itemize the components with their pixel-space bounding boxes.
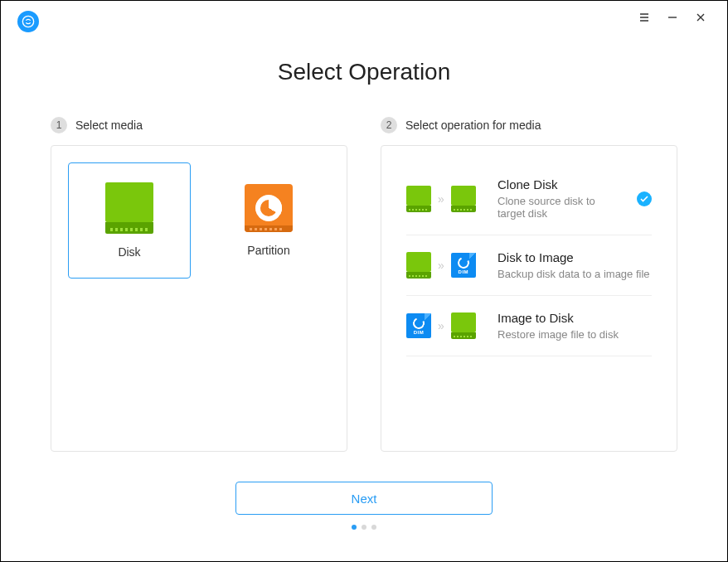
disk-icon [451,186,476,212]
arrow-icon: » [438,259,444,272]
menu-icon[interactable] [638,11,651,24]
step1-badge: 1 [51,117,67,133]
pager-dot[interactable] [362,525,366,530]
app-logo [17,11,39,32]
close-icon[interactable] [694,11,707,24]
step2-badge: 2 [381,117,397,133]
op-clone-disk[interactable]: » Clone Disk Clone source disk to target… [406,162,652,235]
op-disk-to-image[interactable]: » DIM Disk to Image Backup disk data to … [406,235,652,296]
disk-icon [406,186,431,212]
op-title: Image to Disk [497,311,652,325]
op-desc: Backup disk data to a image file [497,268,652,280]
arrow-icon: » [438,192,444,206]
step1-header: 1 Select media [51,117,347,133]
dim-file-icon: DIM [451,253,476,278]
dim-file-icon: DIM [406,313,431,338]
step2-label: Select operation for media [405,119,541,132]
op-desc: Clone source disk to target disk [497,195,625,220]
disk-icon [451,312,476,339]
disk-icon [406,252,431,279]
pager-dot[interactable] [371,525,376,530]
minimize-icon[interactable] [666,11,679,24]
op-title: Disk to Image [497,250,652,264]
page-title: Select Operation [1,59,727,85]
svg-point-0 [22,16,33,27]
step2-header: 2 Select operation for media [381,117,677,133]
media-partition-label: Partition [247,244,289,257]
pager-dot[interactable] [352,525,357,530]
partition-icon [245,184,293,232]
media-disk-label: Disk [118,245,140,259]
op-desc: Restore image file to disk [497,328,652,341]
pager-dots [1,525,727,530]
media-disk[interactable]: Disk [68,162,191,279]
media-partition[interactable]: Partition [207,162,330,279]
check-icon [637,191,652,206]
arrow-icon: » [438,319,444,332]
next-button[interactable]: Next [235,482,493,515]
disk-icon [105,182,153,234]
op-title: Clone Disk [497,177,625,191]
op-image-to-disk[interactable]: DIM » Image to Disk Restore image file t… [406,296,652,356]
step1-label: Select media [75,119,143,132]
